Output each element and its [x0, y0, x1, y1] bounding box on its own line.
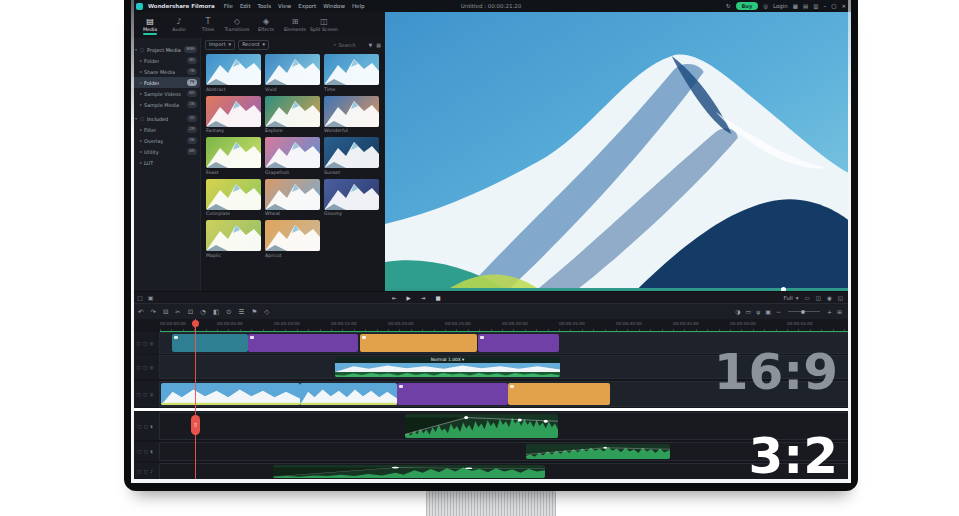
- toolbar-tab[interactable]: ◈ Effects: [252, 16, 280, 34]
- track-lane[interactable]: [160, 442, 851, 461]
- timeline-clip[interactable]: [172, 334, 248, 352]
- sidebar-item[interactable]: Filter 29: [131, 124, 200, 135]
- toolbar-tab[interactable]: ⊞ Elements: [281, 16, 309, 34]
- media-thumbnail[interactable]: Time: [324, 54, 379, 92]
- audio-clip[interactable]: [526, 444, 670, 459]
- speed-label[interactable]: Normal 1.00X ▾: [335, 357, 560, 363]
- track-lock-icon[interactable]: ◻: [143, 392, 147, 397]
- media-thumbnail[interactable]: Gloomy: [324, 179, 379, 217]
- playhead-handle[interactable]: ⠿: [191, 415, 200, 435]
- sidebar-item[interactable]: Overlay 56: [131, 135, 200, 146]
- fit-timeline-icon[interactable]: ⊞: [837, 308, 842, 315]
- sidebar-item[interactable]: Included 40: [131, 113, 200, 124]
- audio-clip[interactable]: [273, 465, 545, 478]
- timeline-ruler[interactable]: 00:00:00:0000:00:05:0000:00:10:0000:00:1…: [131, 319, 851, 332]
- split-view-icon[interactable]: ◫: [816, 295, 821, 301]
- undo-icon[interactable]: ↶: [138, 308, 143, 316]
- render-preview-icon[interactable]: ◑: [735, 308, 740, 315]
- mic-icon[interactable]: ψ: [756, 308, 760, 315]
- seek-handle[interactable]: [781, 287, 786, 291]
- gift-icon[interactable]: ▦: [793, 3, 798, 9]
- track-header[interactable]: ▢ ◻ ♪: [131, 463, 160, 480]
- zoom-slider-handle[interactable]: [801, 310, 805, 314]
- keyframe-icon[interactable]: ◇: [264, 308, 269, 316]
- tutorial-icon[interactable]: ▤: [803, 3, 808, 9]
- search-input[interactable]: [338, 42, 364, 48]
- toolbar-tab[interactable]: ♪ Audio: [165, 16, 193, 34]
- track-lock-icon[interactable]: ◻: [144, 469, 148, 474]
- motion-track-icon[interactable]: ⊙: [226, 308, 231, 316]
- close-button[interactable]: ×: [841, 3, 846, 9]
- video-clip[interactable]: [300, 383, 397, 405]
- track-lock-icon[interactable]: ◻: [143, 365, 147, 370]
- sidebar-item[interactable]: Sample Media 16: [131, 99, 200, 110]
- bulb-icon[interactable]: ◎: [763, 3, 768, 9]
- menu-item[interactable]: Export: [298, 3, 316, 9]
- media-thumbnail[interactable]: Grapefruit: [265, 137, 320, 175]
- next-frame-button[interactable]: ⇥: [421, 295, 426, 301]
- sidebar-item[interactable]: Sample Videos 60: [131, 88, 200, 99]
- camera-icon[interactable]: ▣: [765, 308, 771, 315]
- redo-icon[interactable]: ↷: [150, 308, 155, 316]
- media-thumbnail[interactable]: Wonderful: [324, 96, 379, 134]
- menu-item[interactable]: Window: [323, 3, 345, 9]
- sidebar-item[interactable]: Folder 85: [131, 55, 200, 66]
- media-thumbnail[interactable]: Wheat: [265, 179, 320, 217]
- track-music-icon[interactable]: ♪: [150, 469, 153, 474]
- track-lane[interactable]: [160, 412, 851, 440]
- fullscreen-icon[interactable]: ◱: [838, 295, 843, 301]
- playhead[interactable]: ⠿: [195, 319, 196, 481]
- track-lock-icon[interactable]: ◻: [144, 449, 148, 454]
- menu-item[interactable]: Help: [352, 3, 365, 9]
- track-visibility-icon[interactable]: ◎: [150, 392, 154, 397]
- track-mute-icon[interactable]: ◖: [150, 449, 152, 454]
- timeline-clip[interactable]: [478, 334, 559, 352]
- media-thumbnail[interactable]: Maplic: [206, 220, 261, 258]
- menu-item[interactable]: File: [224, 3, 233, 9]
- maximize-button[interactable]: ▢: [831, 3, 836, 9]
- snapshot-icon[interactable]: ◉: [827, 295, 832, 301]
- video-clip-speed[interactable]: Normal 1.00X ▾: [335, 357, 560, 377]
- sync-icon[interactable]: ↻: [726, 3, 731, 9]
- color-icon[interactable]: ◧: [213, 308, 219, 316]
- buy-button[interactable]: Buy: [736, 2, 759, 10]
- save-icon[interactable]: ▥: [813, 3, 818, 9]
- media-thumbnail[interactable]: Apricot: [265, 220, 320, 258]
- timeline-clip[interactable]: [248, 334, 358, 352]
- zoom-in-icon[interactable]: +: [827, 308, 832, 315]
- sidebar-item[interactable]: Project Media 889: [131, 44, 200, 55]
- track-lock-icon[interactable]: ◻: [144, 424, 148, 429]
- previous-frame-button[interactable]: ⇤: [392, 295, 397, 301]
- track-lock-icon[interactable]: ◻: [143, 341, 147, 346]
- grid-view-icon[interactable]: ▦: [376, 42, 381, 48]
- stop-button[interactable]: ■: [435, 295, 440, 301]
- toolbar-tab[interactable]: ▤ Media: [136, 16, 164, 34]
- sidebar-item[interactable]: Utility 69: [131, 146, 200, 157]
- minimize-button[interactable]: –: [823, 3, 826, 9]
- marker-icon[interactable]: ⚑: [251, 308, 257, 316]
- delete-icon[interactable]: ⊟: [163, 308, 168, 316]
- timeline-clip[interactable]: [508, 383, 610, 405]
- track-header[interactable]: ▢ ◻ ◎: [131, 355, 160, 379]
- timeline-clip[interactable]: [397, 383, 508, 405]
- audio-mixer-icon[interactable]: ☰: [239, 308, 245, 316]
- record-button[interactable]: Record▾: [238, 40, 269, 50]
- track-header[interactable]: ▢ ◻ ◎: [131, 332, 160, 354]
- video-clip[interactable]: [161, 383, 300, 405]
- display-icon[interactable]: ▭: [805, 295, 810, 301]
- zoom-slider[interactable]: [788, 311, 820, 312]
- toolbar-tab[interactable]: ◫ Split Screen: [310, 16, 338, 34]
- media-thumbnail[interactable]: Sunset: [324, 137, 379, 175]
- folder-view-icon[interactable]: ▢: [137, 294, 143, 301]
- import-button[interactable]: Import▾: [205, 40, 235, 50]
- track-lane[interactable]: [160, 463, 851, 480]
- track-visibility-icon[interactable]: ◎: [150, 341, 154, 346]
- toolbar-tab[interactable]: ◇ Transitions: [223, 16, 251, 34]
- audio-clip[interactable]: [405, 414, 558, 438]
- track-header[interactable]: ▢ ◻ ◎: [131, 381, 160, 407]
- search-box[interactable]: ⌕: [334, 41, 365, 48]
- media-thumbnail[interactable]: Colorplate: [206, 179, 261, 217]
- sidebar-item[interactable]: Share Media 78: [131, 66, 200, 77]
- mark-icon[interactable]: ▭: [746, 308, 752, 315]
- media-thumbnail[interactable]: Feast: [206, 137, 261, 175]
